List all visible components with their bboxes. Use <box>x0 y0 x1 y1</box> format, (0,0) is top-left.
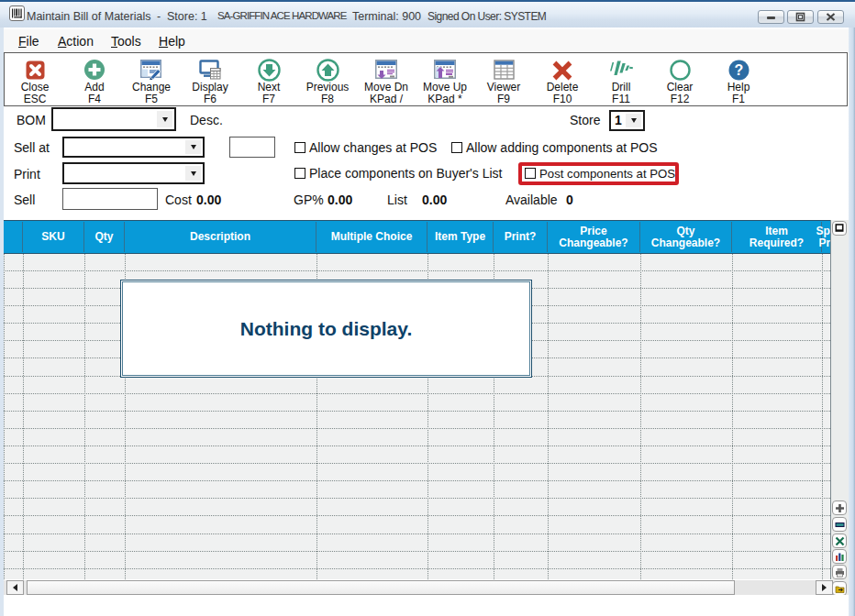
svg-text:?: ? <box>734 62 743 78</box>
